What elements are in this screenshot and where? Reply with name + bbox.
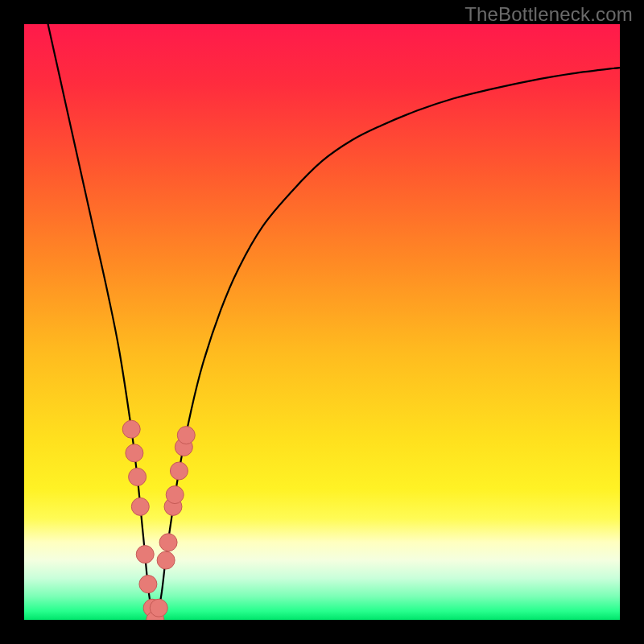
data-marker	[131, 497, 149, 515]
plot-area	[24, 24, 620, 620]
data-marker	[136, 546, 154, 564]
watermark-text: TheBottleneck.com	[464, 3, 633, 26]
chart-svg	[24, 24, 620, 620]
outer-frame: TheBottleneck.com	[0, 0, 644, 644]
data-marker	[139, 576, 157, 593]
data-marker	[166, 486, 184, 504]
data-marker	[157, 551, 175, 569]
data-marker	[126, 444, 143, 462]
data-marker	[170, 462, 188, 480]
data-marker	[159, 534, 177, 551]
data-marker	[122, 420, 140, 438]
data-marker	[177, 427, 195, 444]
data-marker	[150, 599, 167, 617]
data-marker	[129, 468, 147, 485]
